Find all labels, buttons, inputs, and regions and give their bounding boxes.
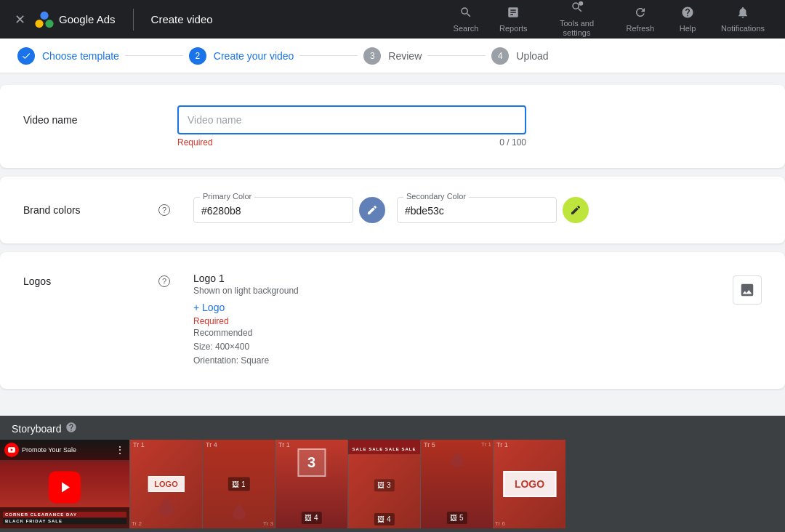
- tools-icon: [571, 1, 584, 17]
- nav-tools-label: Tools and settings: [548, 19, 606, 38]
- svg-point-1: [45, 20, 53, 28]
- secondary-color-value: #bde53c: [405, 202, 549, 218]
- frame-5-drop-icon: [451, 451, 464, 467]
- storyboard-frame-6[interactable]: Tr 1 LOGO Tr 6: [493, 440, 565, 528]
- nav-notifications[interactable]: Notifications: [712, 1, 773, 37]
- step-connector-1: [125, 55, 183, 56]
- step-4-circle: 4: [491, 47, 509, 65]
- logo-title: Logo 1: [193, 273, 709, 284]
- step-connector-2: [299, 55, 358, 56]
- brand-colors-label-wrap: Brand colors ?: [23, 204, 170, 216]
- logo-specs: Recommended Size: 400×400 Orientation: S…: [193, 326, 709, 368]
- nav-help[interactable]: Help: [666, 1, 709, 37]
- thumb-title-bar: Promote Your Sale ⋮: [0, 440, 129, 460]
- frame-3-image: 🖼 4: [301, 512, 321, 524]
- logo-info: Logo 1 Shown on light background + Logo …: [193, 273, 709, 368]
- svg-point-2: [40, 11, 48, 19]
- frame-4-sale-banner: SALE SALE SALE SALE: [348, 440, 420, 454]
- thumb-play-icon: [49, 471, 81, 503]
- primary-color-label: Primary Color: [200, 192, 254, 201]
- frame-5-top-label: Tr 1: [481, 441, 491, 448]
- brand-colors-label: Brand colors: [23, 204, 154, 216]
- logo-upload-placeholder[interactable]: [733, 273, 762, 305]
- svg-point-0: [35, 20, 43, 28]
- video-name-label: Video name: [23, 105, 154, 126]
- nav-right: Search Reports Tools and settings Refres…: [444, 0, 773, 42]
- video-name-input-wrap: Required 0 / 100: [177, 105, 526, 148]
- step-4: 4 Upload: [491, 47, 548, 65]
- search-icon: [459, 6, 472, 23]
- add-logo-button[interactable]: + Logo: [193, 302, 225, 313]
- storyboard-frame-3[interactable]: Tr 1 3 🖼 4: [275, 440, 347, 528]
- frame-5-image: 🖼 5: [446, 512, 467, 524]
- frame-2-right-label: Tr 3: [263, 520, 273, 527]
- frame-4-image: 🖼 3: [374, 479, 394, 491]
- nav-notifications-label: Notifications: [721, 24, 765, 33]
- frame-2-track-label: Tr 4: [206, 441, 217, 448]
- storyboard-help-icon[interactable]: [65, 422, 77, 435]
- storyboard-title: Storyboard: [12, 423, 61, 435]
- step-2-circle: 2: [189, 47, 206, 65]
- google-ads-logo: Google Ads: [34, 9, 116, 30]
- storyboard-frame-1[interactable]: Tr 1 LOGO Tr 2: [129, 440, 202, 528]
- brand-colors-row: Brand colors ? Primary Color #6280b8 Sec…: [23, 197, 762, 223]
- thumb-more-icon[interactable]: ⋮: [115, 444, 125, 456]
- storyboard-section: Storyboard Promote Your Sale ⋮ CORNER: [0, 416, 785, 532]
- nav-tools[interactable]: Tools and settings: [539, 0, 615, 42]
- secondary-color-field[interactable]: Secondary Color #bde53c: [397, 197, 557, 223]
- video-name-meta: Required 0 / 100: [177, 137, 526, 148]
- video-name-required: Required: [177, 137, 213, 148]
- close-button[interactable]: ✕: [12, 9, 28, 31]
- frame-4-image2: 🖼 4: [374, 513, 394, 525]
- primary-color-field[interactable]: Primary Color #6280b8: [193, 197, 353, 223]
- nav-search[interactable]: Search: [444, 1, 488, 37]
- nav-refresh-label: Refresh: [627, 24, 655, 33]
- frame-3-track-label: Tr 1: [278, 441, 290, 448]
- help-icon: [681, 6, 694, 23]
- video-name-input[interactable]: [177, 105, 526, 134]
- step-1-circle: [17, 47, 35, 65]
- refresh-icon: [634, 6, 647, 23]
- frame-5-track-label: Tr 5: [424, 441, 435, 448]
- step-1-label: Choose template: [42, 50, 119, 62]
- frame-3-logo: 3: [297, 448, 326, 477]
- secondary-color-label: Secondary Color: [403, 192, 469, 201]
- frame-6-bottom-label: Tr 6: [495, 520, 505, 527]
- storyboard-frame-2[interactable]: Tr 4 🖼 1 Tr 3: [202, 440, 275, 528]
- frame-1-bottom-label: Tr 2: [132, 520, 142, 527]
- main-content: Video name Required 0 / 100 Brand colors…: [0, 73, 785, 416]
- step-2: 2 Create your video: [189, 47, 294, 65]
- nav-divider: [133, 9, 134, 31]
- logo-upload-icon[interactable]: [733, 275, 762, 305]
- nav-reports[interactable]: Reports: [491, 1, 536, 37]
- reports-icon: [507, 6, 520, 23]
- svg-point-3: [579, 1, 583, 6]
- primary-color-swatch[interactable]: [359, 197, 385, 223]
- storyboard-frame-5[interactable]: Tr 5 🖼 5 Tr 1: [420, 440, 493, 528]
- brand-colors-help-icon[interactable]: ?: [158, 204, 170, 216]
- step-4-label: Upload: [516, 50, 548, 62]
- logo-spec-recommended: Recommended: [193, 326, 709, 340]
- stepper: Choose template 2 Create your video 3 Re…: [0, 39, 785, 73]
- frame-6-track-label: Tr 1: [496, 441, 508, 448]
- thumb-sale-text: CORNER CLEARANCE DAY BLACK FRIDAY SALE: [0, 507, 129, 528]
- storyboard-frame-4[interactable]: SALE SALE SALE SALE 🖼 3 🖼 4: [347, 440, 420, 528]
- logos-label: Logos: [23, 275, 154, 287]
- primary-color-group: Primary Color #6280b8: [193, 197, 385, 223]
- logo-required: Required: [193, 316, 709, 326]
- step-3: 3 Review: [363, 47, 422, 65]
- nav-refresh[interactable]: Refresh: [618, 1, 664, 37]
- step-connector-3: [427, 55, 486, 56]
- thumb-channel-icon: [4, 443, 19, 457]
- nav-help-label: Help: [680, 24, 696, 33]
- secondary-color-swatch[interactable]: [563, 197, 589, 223]
- video-name-card: Video name Required 0 / 100: [0, 85, 785, 168]
- storyboard-preview[interactable]: Promote Your Sale ⋮ CORNER CLEARANCE DAY…: [0, 440, 129, 528]
- nav-search-label: Search: [454, 24, 479, 33]
- secondary-color-group: Secondary Color #bde53c: [397, 197, 589, 223]
- frame-6-logo: LOGO: [503, 471, 556, 497]
- nav-left: ✕ Google Ads Create video: [12, 9, 444, 31]
- logos-help-icon[interactable]: ?: [158, 275, 170, 287]
- frame-2-drop-icon: [233, 504, 246, 520]
- video-name-row: Video name Required 0 / 100: [23, 105, 762, 148]
